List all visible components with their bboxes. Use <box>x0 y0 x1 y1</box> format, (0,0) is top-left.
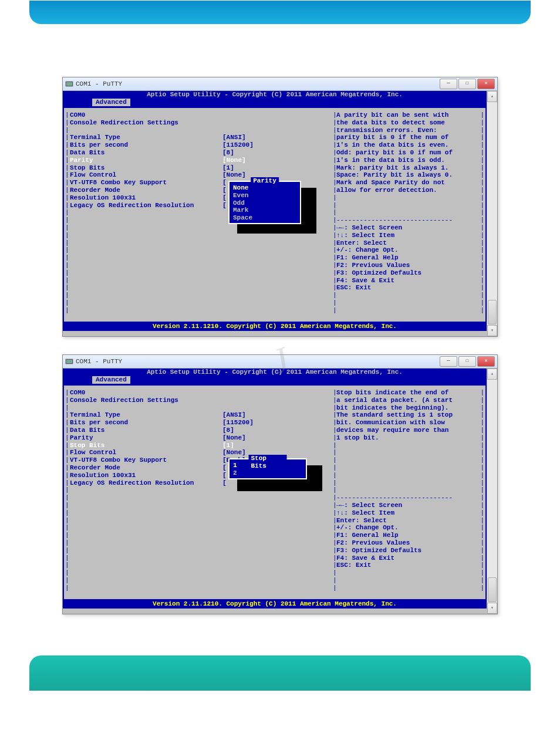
setting-label: Parity <box>70 434 222 442</box>
help-text-line: A parity bit can be sent with <box>336 111 476 119</box>
nav-help-line: F2: Previous Values <box>336 539 476 547</box>
popup-title: Stop Bits <box>249 455 287 470</box>
maximize-button[interactable]: ☐ <box>458 79 476 89</box>
parity-popup[interactable]: Parity NoneEvenOddMarkSpace <box>228 181 301 224</box>
scroll-up-button[interactable]: ▴ <box>487 91 497 102</box>
popup-item[interactable]: None <box>230 184 300 192</box>
help-text-line: Odd: parity bit is 0 if num of <box>336 149 476 157</box>
setting-label: Resolution 100x31 <box>70 472 222 479</box>
help-text-line: The standard setting is 1 stop <box>336 411 476 419</box>
setting-row[interactable]: Stop Bits[1] <box>70 442 331 449</box>
setting-label: VT-UTF8 Combo Key Support <box>70 179 222 187</box>
scroll-up-button[interactable]: ▴ <box>487 369 497 380</box>
help-text-line: devices may require more than <box>336 427 476 434</box>
setting-row[interactable]: Parity[None] <box>70 157 331 164</box>
bios-tabs: Advanced <box>63 376 487 384</box>
setting-value: [ <box>222 464 227 472</box>
setting-label: Recorder Mode <box>70 187 222 194</box>
scrollbar[interactable]: ▴ ▾ <box>487 369 497 614</box>
tab-advanced[interactable]: Advanced <box>92 99 130 106</box>
help-text-line: allow for error detection. <box>336 187 476 194</box>
popup-item[interactable]: Even <box>230 192 300 200</box>
titlebar[interactable]: COM1 - PuTTY ─ ☐ ✕ <box>63 355 497 369</box>
close-button[interactable]: ✕ <box>477 79 495 89</box>
help-separator: ------------------------------ <box>336 494 476 502</box>
help-text-line: the data bits to detect some <box>336 119 476 127</box>
nav-help-line: ESC: Exit <box>336 284 476 292</box>
setting-row[interactable]: Data Bits[8] <box>70 149 331 157</box>
setting-value: [None] <box>222 449 246 457</box>
minimize-button[interactable]: ─ <box>440 356 457 367</box>
setting-label: Data Bits <box>70 427 222 434</box>
popup-item[interactable]: 2 <box>230 469 306 477</box>
help-separator: ------------------------------ <box>336 217 476 224</box>
setting-label: Terminal Type <box>70 411 222 419</box>
window-title: COM1 - PuTTY <box>76 80 438 87</box>
popup-item[interactable]: Space <box>230 214 300 222</box>
scroll-down-button[interactable]: ▾ <box>487 603 497 614</box>
setting-value: [ <box>222 479 227 487</box>
setting-value: [ <box>222 472 227 479</box>
putty-icon <box>65 80 73 88</box>
stopbits-popup[interactable]: Stop Bits 12 <box>228 458 307 479</box>
titlebar[interactable]: COM1 - PuTTY ─ ☐ ✕ <box>63 77 497 91</box>
nav-help-line: F4: Save & Exit <box>336 277 476 285</box>
setting-value: [8] <box>222 149 234 157</box>
nav-help-line: ↑↓: Select Item <box>336 509 476 517</box>
popup-item[interactable]: Mark <box>230 207 300 214</box>
setting-value: [1] <box>222 164 234 172</box>
bios-footer: Version 2.11.1210. Copyright (C) 2011 Am… <box>63 323 487 331</box>
terminal-2[interactable]: Aptio Setup Utility - Copyright (C) 2011… <box>63 369 487 614</box>
setting-value: [ <box>222 179 227 187</box>
nav-help-line: →←: Select Screen <box>336 224 476 232</box>
scroll-down-button[interactable]: ▾ <box>487 325 497 336</box>
help-text-line: 1 stop bit. <box>336 434 476 442</box>
setting-label: Terminal Type <box>70 134 222 141</box>
setting-row[interactable]: Stop Bits[1] <box>70 164 331 172</box>
setting-row[interactable]: Terminal Type[ANSI] <box>70 134 331 141</box>
scrollbar[interactable]: ▴ ▾ <box>487 91 497 336</box>
terminal-1[interactable]: Aptio Setup Utility - Copyright (C) 2011… <box>63 91 487 336</box>
help-text-line: Mark and Space Parity do not <box>336 179 476 187</box>
minimize-button[interactable]: ─ <box>440 79 457 89</box>
nav-help-line: +/-: Change Opt. <box>336 246 476 254</box>
bios-header: Aptio Setup Utility - Copyright (C) 2011… <box>63 369 487 376</box>
nav-help-line: ↑↓: Select Item <box>336 232 476 239</box>
window-title: COM1 - PuTTY <box>76 358 438 365</box>
help-text-line: 1's in the data bits is odd. <box>336 157 476 164</box>
scroll-thumb[interactable] <box>488 577 497 602</box>
help-text-line: Mark: parity bit is always 1. <box>336 164 476 172</box>
setting-value: [None] <box>222 171 246 179</box>
setting-value: [None] <box>222 157 246 164</box>
bios-footer: Version 2.11.1210. Copyright (C) 2011 Am… <box>63 600 487 609</box>
section-heading: COM0 <box>70 389 331 397</box>
svg-rect-3 <box>66 360 72 363</box>
bios-body-2: | | | | | | | | | | | | | | | | | | | | … <box>63 384 487 600</box>
setting-row[interactable]: Bits per second[115200] <box>70 141 331 149</box>
putty-window-2: COM1 - PuTTY ─ ☐ ✕ Aptio Setup Utility -… <box>62 354 498 614</box>
setting-row[interactable]: Terminal Type[ANSI] <box>70 411 331 419</box>
setting-row[interactable]: Data Bits[8] <box>70 427 331 434</box>
setting-row[interactable]: Bits per second[115200] <box>70 419 331 427</box>
nav-help-line: Enter: Select <box>336 517 476 525</box>
setting-label: Flow Control <box>70 449 222 457</box>
popup-item[interactable]: Odd <box>230 200 300 207</box>
close-button[interactable]: ✕ <box>477 356 495 367</box>
nav-help-line: Enter: Select <box>336 239 476 247</box>
maximize-button[interactable]: ☐ <box>458 356 476 367</box>
setting-row[interactable]: Flow Control[None] <box>70 171 331 179</box>
scroll-thumb[interactable] <box>488 300 497 325</box>
nav-help-line: F1: General Help <box>336 532 476 539</box>
border-left: | | | | | | | | | | | | | | | | | | | | … <box>65 389 69 592</box>
nav-help-line: F2: Previous Values <box>336 262 476 269</box>
setting-label: Legacy OS Redirection Resolution <box>70 202 222 209</box>
setting-row[interactable]: Flow Control[None] <box>70 449 331 457</box>
setting-row[interactable]: Parity[None] <box>70 434 331 442</box>
help-column: Stop bits indicate the end ofa serial da… <box>336 389 476 569</box>
tab-advanced[interactable]: Advanced <box>92 376 130 384</box>
setting-label: Legacy OS Redirection Resolution <box>70 479 222 487</box>
border-right: | | | | | | | | | | | | | | | | | | | | … <box>480 111 484 315</box>
help-text-line: bit. Communication with slow <box>336 419 476 427</box>
section-subheading: Console Redirection Settings <box>70 119 331 127</box>
help-text-line: Stop bits indicate the end of <box>336 389 476 397</box>
